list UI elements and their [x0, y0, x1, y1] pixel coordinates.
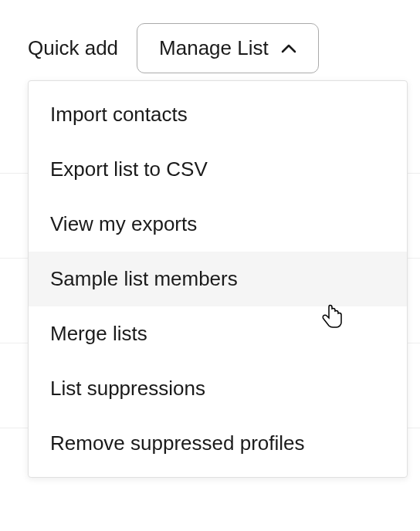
manage-list-label: Manage List — [159, 36, 269, 60]
dropdown-item-list-suppressions[interactable]: List suppressions — [29, 361, 407, 416]
dropdown-item-label: Export list to CSV — [50, 157, 208, 181]
dropdown-item-label: Merge lists — [50, 322, 147, 345]
dropdown-item-label: View my exports — [50, 212, 197, 235]
dropdown-item-label: Sample list members — [50, 267, 238, 290]
manage-list-dropdown: Import contacts Export list to CSV View … — [28, 80, 408, 478]
dropdown-item-label: List suppressions — [50, 377, 205, 400]
dropdown-item-import-contacts[interactable]: Import contacts — [29, 87, 407, 142]
dropdown-item-sample-members[interactable]: Sample list members — [29, 252, 407, 306]
quick-add-button[interactable]: Quick add — [28, 36, 118, 60]
dropdown-item-label: Import contacts — [50, 103, 188, 126]
dropdown-item-view-exports[interactable]: View my exports — [29, 197, 407, 252]
dropdown-item-remove-suppressed[interactable]: Remove suppressed profiles — [29, 416, 407, 471]
dropdown-item-export-csv[interactable]: Export list to CSV — [29, 142, 407, 197]
manage-list-button[interactable]: Manage List — [137, 23, 319, 73]
chevron-up-icon — [281, 41, 296, 56]
dropdown-item-label: Remove suppressed profiles — [50, 431, 305, 455]
toolbar: Quick add Manage List — [0, 0, 420, 73]
dropdown-item-merge-lists[interactable]: Merge lists — [29, 306, 407, 361]
